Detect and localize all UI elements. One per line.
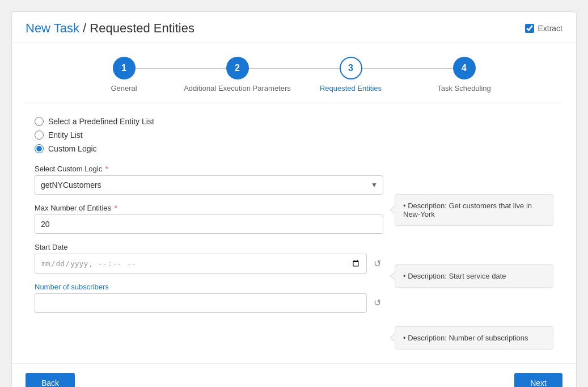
max-entities-label: Max Number of Entities * [35,204,383,212]
start-date-reset-button[interactable]: ↺ [371,256,383,271]
step-4: 4 Task Scheduling [408,57,521,94]
subscribers-row: ↺ [35,293,383,313]
step-2: 2 Additional Execution Parameters [181,57,294,94]
separator: / [79,21,90,35]
radio-entity-list[interactable]: Entity List [35,131,553,140]
extract-checkbox[interactable] [525,24,534,33]
content-area: Select a Predefined Entity List Entity L… [12,103,576,363]
extract-label: Extract [538,24,562,33]
step-1: 1 General [67,57,181,94]
start-date-field: Start Date ↺ [35,243,383,274]
max-entities-input[interactable] [35,214,383,234]
new-task-text: New Task [26,21,79,35]
page-title: New Task / Requested Entities [26,21,194,36]
subscribers-field: Number of subscribers ↺ [35,283,383,313]
stepper-inner: 1 General 2 Additional Execution Paramet… [67,57,521,94]
radio-predefined[interactable]: Select a Predefined Entity List [35,117,553,126]
next-button[interactable]: Next [514,373,562,387]
form-fields: Select Custom Logic * getNYCustomers get… [35,165,383,350]
step-label-3: Requested Entities [320,84,382,94]
main-container: New Task / Requested Entities Extract 1 … [11,11,577,387]
desc-spacer-1 [395,165,553,185]
custom-logic-required: * [103,165,108,173]
stepper: 1 General 2 Additional Execution Paramet… [12,43,576,103]
start-date-input[interactable] [35,254,367,274]
radio-custom-logic-label: Custom Logic [48,144,97,153]
custom-logic-label: Select Custom Logic * [35,165,383,173]
footer: Back Next [12,363,576,387]
custom-logic-select-wrapper: getNYCustomers getCACustomers ▼ [35,175,383,195]
subscribers-label: Number of subscribers [35,283,383,291]
radio-entity-list-input[interactable] [35,131,44,140]
step-3: 3 Requested Entities [294,57,408,94]
header: New Task / Requested Entities Extract [12,12,576,43]
subscribers-input[interactable] [35,293,367,313]
subscribers-desc-box: • Description: Number of subscriptions [395,326,553,350]
custom-logic-select[interactable]: getNYCustomers getCACustomers [35,175,383,195]
step-label-2: Additional Execution Parameters [184,84,291,94]
step-circle-4: 4 [453,57,476,79]
radio-predefined-input[interactable] [35,117,44,126]
max-entities-required: * [112,204,117,212]
desc-spacer-2 [395,235,553,255]
radio-entity-list-label: Entity List [48,131,83,140]
description-boxes: • Description: Get customers that live i… [395,165,553,350]
step-circle-2: 2 [226,57,249,79]
custom-logic-desc-box: • Description: Get customers that live i… [395,194,553,226]
desc-spacer-3 [395,297,553,317]
back-button[interactable]: Back [26,373,75,387]
form-section: Select Custom Logic * getNYCustomers get… [35,165,553,350]
radio-group: Select a Predefined Entity List Entity L… [35,117,553,153]
step-label-1: General [111,84,137,94]
extract-area: Extract [525,24,562,33]
radio-custom-logic-input[interactable] [35,144,44,153]
step-circle-3: 3 [340,57,362,79]
requested-entities-title: Requested Entities [90,21,194,35]
step-circle-1: 1 [113,57,136,79]
radio-custom-logic[interactable]: Custom Logic [35,144,553,153]
subscribers-reset-button[interactable]: ↺ [371,295,383,310]
start-date-label: Start Date [35,243,383,251]
step-label-4: Task Scheduling [437,84,491,94]
radio-predefined-label: Select a Predefined Entity List [48,117,154,126]
custom-logic-field: Select Custom Logic * getNYCustomers get… [35,165,383,195]
max-entities-field: Max Number of Entities * [35,204,383,234]
start-date-desc-box: • Description: Start service date [395,264,553,288]
start-date-row: ↺ [35,254,383,274]
